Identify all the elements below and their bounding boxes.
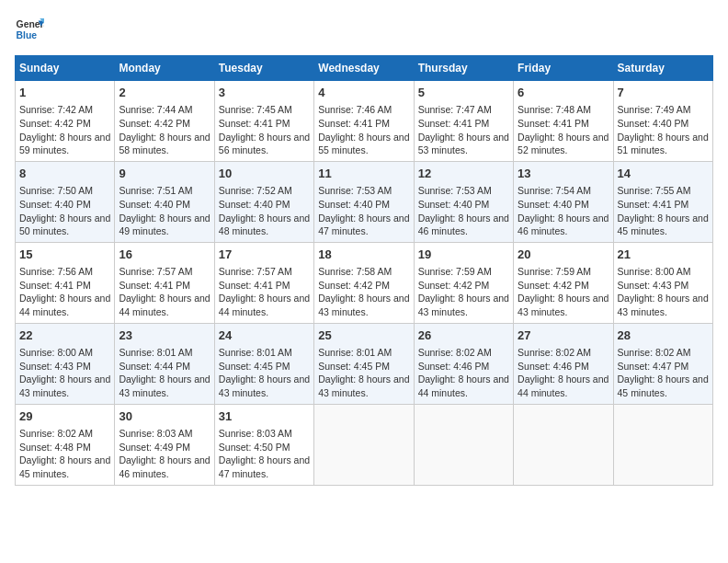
sunset-label: Sunset: 4:42 PM <box>418 280 490 291</box>
daylight-label: Daylight: 8 hours and 43 minutes. <box>518 293 609 317</box>
day-number: 4 <box>318 85 409 101</box>
sunset-label: Sunset: 4:45 PM <box>318 361 390 372</box>
daylight-label: Daylight: 8 hours and 48 minutes. <box>219 213 310 237</box>
daylight-label: Daylight: 8 hours and 44 minutes. <box>418 373 509 398</box>
sunrise-label: Sunrise: 7:53 AM <box>418 185 492 196</box>
day-cell: 10 Sunrise: 7:52 AM Sunset: 4:40 PM Dayl… <box>214 161 313 242</box>
day-cell: 6 Sunrise: 7:48 AM Sunset: 4:41 PM Dayli… <box>514 81 613 162</box>
day-number: 21 <box>618 247 709 263</box>
daylight-label: Daylight: 8 hours and 43 minutes. <box>19 373 110 398</box>
day-cell: 4 Sunrise: 7:46 AM Sunset: 4:41 PM Dayli… <box>314 81 414 162</box>
sunrise-label: Sunrise: 8:02 AM <box>19 428 93 439</box>
logo: General Blue <box>15 15 44 44</box>
daylight-label: Daylight: 8 hours and 45 minutes. <box>19 454 110 479</box>
sunset-label: Sunset: 4:40 PM <box>119 199 190 210</box>
day-number: 8 <box>19 166 110 182</box>
sunset-label: Sunset: 4:40 PM <box>518 199 589 210</box>
week-row-3: 15 Sunrise: 7:56 AM Sunset: 4:41 PM Dayl… <box>16 242 713 323</box>
week-row-5: 29 Sunrise: 8:02 AM Sunset: 4:48 PM Dayl… <box>16 404 713 485</box>
header-sunday: Sunday <box>16 56 115 81</box>
sunset-label: Sunset: 4:49 PM <box>119 442 190 453</box>
sunrise-label: Sunrise: 7:46 AM <box>318 104 392 115</box>
day-number: 5 <box>418 85 509 101</box>
day-number: 10 <box>219 166 310 182</box>
day-cell: 22 Sunrise: 8:00 AM Sunset: 4:43 PM Dayl… <box>16 323 115 404</box>
day-number: 1 <box>19 85 110 101</box>
day-cell: 31 Sunrise: 8:03 AM Sunset: 4:50 PM Dayl… <box>214 404 313 485</box>
sunrise-label: Sunrise: 7:50 AM <box>19 185 93 196</box>
day-number: 28 <box>618 327 709 344</box>
day-number: 15 <box>19 247 110 263</box>
day-number: 29 <box>19 408 110 425</box>
sunset-label: Sunset: 4:41 PM <box>219 118 290 129</box>
day-cell: 30 Sunrise: 8:03 AM Sunset: 4:49 PM Dayl… <box>115 404 214 485</box>
day-cell: 8 Sunrise: 7:50 AM Sunset: 4:40 PM Dayli… <box>16 161 115 242</box>
sunrise-label: Sunrise: 7:55 AM <box>618 185 691 196</box>
day-cell: 29 Sunrise: 8:02 AM Sunset: 4:48 PM Dayl… <box>16 404 115 485</box>
header-row: SundayMondayTuesdayWednesdayThursdayFrid… <box>16 56 713 81</box>
sunrise-label: Sunrise: 7:54 AM <box>518 185 591 196</box>
sunset-label: Sunset: 4:41 PM <box>418 118 490 129</box>
daylight-label: Daylight: 8 hours and 43 minutes. <box>318 373 409 398</box>
sunset-label: Sunset: 4:40 PM <box>219 199 290 210</box>
day-cell: 24 Sunrise: 8:01 AM Sunset: 4:45 PM Dayl… <box>214 323 313 404</box>
sunrise-label: Sunrise: 7:58 AM <box>318 266 392 277</box>
sunset-label: Sunset: 4:40 PM <box>418 199 490 210</box>
day-number: 16 <box>119 247 210 263</box>
header-tuesday: Tuesday <box>214 56 313 81</box>
daylight-label: Daylight: 8 hours and 56 minutes. <box>219 132 310 156</box>
sunset-label: Sunset: 4:40 PM <box>618 118 689 129</box>
sunrise-label: Sunrise: 7:45 AM <box>219 104 292 115</box>
day-number: 27 <box>518 327 609 344</box>
daylight-label: Daylight: 8 hours and 52 minutes. <box>518 132 609 156</box>
sunset-label: Sunset: 4:41 PM <box>318 118 390 129</box>
day-cell: 26 Sunrise: 8:02 AM Sunset: 4:46 PM Dayl… <box>414 323 513 404</box>
daylight-label: Daylight: 8 hours and 43 minutes. <box>318 293 409 317</box>
day-cell: 11 Sunrise: 7:53 AM Sunset: 4:40 PM Dayl… <box>314 161 414 242</box>
sunrise-label: Sunrise: 8:02 AM <box>618 347 691 358</box>
day-cell <box>514 404 613 485</box>
sunset-label: Sunset: 4:41 PM <box>618 199 689 210</box>
sunrise-label: Sunrise: 7:47 AM <box>418 104 492 115</box>
sunrise-label: Sunrise: 7:52 AM <box>219 185 292 196</box>
sunset-label: Sunset: 4:40 PM <box>318 199 390 210</box>
header-monday: Monday <box>115 56 214 81</box>
day-number: 3 <box>219 85 310 101</box>
sunset-label: Sunset: 4:42 PM <box>19 118 91 129</box>
day-cell: 2 Sunrise: 7:44 AM Sunset: 4:42 PM Dayli… <box>115 81 214 162</box>
day-cell: 13 Sunrise: 7:54 AM Sunset: 4:40 PM Dayl… <box>514 161 613 242</box>
daylight-label: Daylight: 8 hours and 58 minutes. <box>119 132 210 156</box>
day-cell: 3 Sunrise: 7:45 AM Sunset: 4:41 PM Dayli… <box>214 81 313 162</box>
daylight-label: Daylight: 8 hours and 44 minutes. <box>518 373 609 398</box>
daylight-label: Daylight: 8 hours and 46 minutes. <box>518 213 609 237</box>
daylight-label: Daylight: 8 hours and 49 minutes. <box>119 213 210 237</box>
sunrise-label: Sunrise: 7:51 AM <box>119 185 192 196</box>
sunset-label: Sunset: 4:46 PM <box>518 361 589 372</box>
day-cell: 1 Sunrise: 7:42 AM Sunset: 4:42 PM Dayli… <box>16 81 115 162</box>
day-cell: 14 Sunrise: 7:55 AM Sunset: 4:41 PM Dayl… <box>613 161 712 242</box>
sunrise-label: Sunrise: 8:00 AM <box>618 266 691 277</box>
day-number: 22 <box>19 327 110 344</box>
sunset-label: Sunset: 4:45 PM <box>219 361 290 372</box>
sunset-label: Sunset: 4:46 PM <box>418 361 490 372</box>
sunset-label: Sunset: 4:42 PM <box>119 118 190 129</box>
day-cell: 28 Sunrise: 8:02 AM Sunset: 4:47 PM Dayl… <box>613 323 712 404</box>
sunrise-label: Sunrise: 8:02 AM <box>518 347 591 358</box>
sunset-label: Sunset: 4:41 PM <box>219 280 290 291</box>
week-row-4: 22 Sunrise: 8:00 AM Sunset: 4:43 PM Dayl… <box>16 323 713 404</box>
daylight-label: Daylight: 8 hours and 44 minutes. <box>19 293 110 317</box>
daylight-label: Daylight: 8 hours and 55 minutes. <box>318 132 409 156</box>
sunrise-label: Sunrise: 7:48 AM <box>518 104 591 115</box>
header-thursday: Thursday <box>414 56 513 81</box>
daylight-label: Daylight: 8 hours and 47 minutes. <box>318 213 409 237</box>
sunset-label: Sunset: 4:47 PM <box>618 361 689 372</box>
day-number: 2 <box>119 85 210 101</box>
day-cell: 12 Sunrise: 7:53 AM Sunset: 4:40 PM Dayl… <box>414 161 513 242</box>
sunrise-label: Sunrise: 8:01 AM <box>219 347 292 358</box>
daylight-label: Daylight: 8 hours and 45 minutes. <box>618 213 709 237</box>
day-number: 19 <box>418 247 509 263</box>
day-number: 26 <box>418 327 509 344</box>
day-cell: 15 Sunrise: 7:56 AM Sunset: 4:41 PM Dayl… <box>16 242 115 323</box>
daylight-label: Daylight: 8 hours and 50 minutes. <box>19 213 110 237</box>
day-cell: 5 Sunrise: 7:47 AM Sunset: 4:41 PM Dayli… <box>414 81 513 162</box>
